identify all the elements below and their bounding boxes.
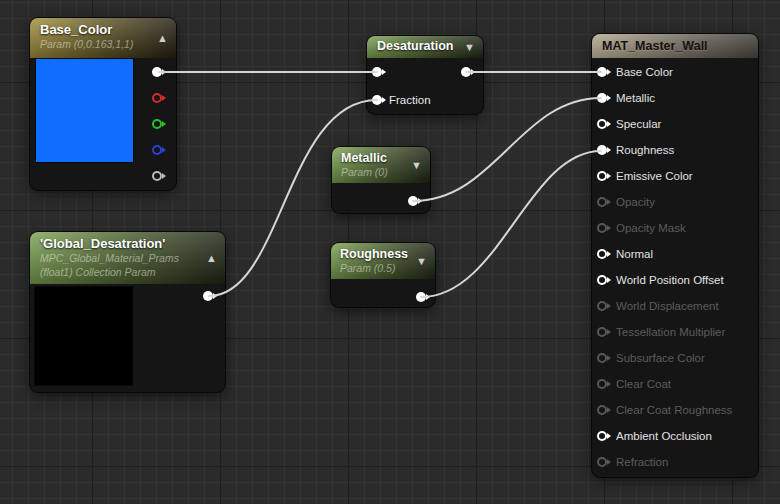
mat-input-opacity[interactable]: Opacity xyxy=(592,189,758,215)
node-header: 'Global_Desatration' MPC_Global_Material… xyxy=(30,232,225,284)
node-title: Desaturation xyxy=(377,39,457,53)
node-header: Desaturation ▼ xyxy=(367,36,483,58)
mat-input-emissive-color[interactable]: Emissive Color xyxy=(592,163,758,189)
node-header: MAT_Master_Wall xyxy=(592,34,758,58)
graph-canvas[interactable]: Base_Color Param (0,0.163,1,1) ▲ 'Global… xyxy=(0,0,780,504)
material-input-list: Base Color Metallic Specular Roughness E… xyxy=(592,59,758,475)
mat-input-world-position-offset[interactable]: World Position Offset xyxy=(592,267,758,293)
pin-subsurface-color-input[interactable] xyxy=(597,353,607,363)
pin-desaturation-output[interactable] xyxy=(461,67,471,77)
collapse-up-icon[interactable]: ▲ xyxy=(157,33,168,44)
pin-fraction-input[interactable] xyxy=(372,95,382,105)
mat-input-clear-coat-roughness[interactable]: Clear Coat Roughness xyxy=(592,397,758,423)
pin-base-color-input[interactable] xyxy=(597,67,607,77)
pin-ambient-occlusion-input[interactable] xyxy=(597,431,607,441)
wire-roughness-to-mat-roughness[interactable] xyxy=(421,151,601,297)
pin-a-output[interactable] xyxy=(152,171,162,181)
collapse-down-icon[interactable]: ▼ xyxy=(411,160,422,171)
pin-g-output[interactable] xyxy=(152,119,162,129)
node-mat-master-wall[interactable]: MAT_Master_Wall Base Color Metallic Spec… xyxy=(592,34,758,477)
mat-input-base-color[interactable]: Base Color xyxy=(592,59,758,85)
pin-metallic-input[interactable] xyxy=(597,93,607,103)
node-title: 'Global_Desatration' xyxy=(40,236,199,251)
pin-clear-coat-roughness-input[interactable] xyxy=(597,405,607,415)
pin-b-output[interactable] xyxy=(152,145,162,155)
node-title: MAT_Master_Wall xyxy=(602,39,732,53)
mat-input-normal[interactable]: Normal xyxy=(592,241,758,267)
pin-metallic-output[interactable] xyxy=(408,196,418,206)
pin-world-displacement-input[interactable] xyxy=(597,301,607,311)
mat-input-specular[interactable]: Specular xyxy=(592,111,758,137)
pin-specular-input[interactable] xyxy=(597,119,607,129)
node-subtitle: MPC_Global_Material_Prams (float1) Colle… xyxy=(40,252,199,279)
mat-input-tessellation-multiplier[interactable]: Tessellation Multiplier xyxy=(592,319,758,345)
node-title: Roughness xyxy=(340,247,409,261)
mat-input-clear-coat[interactable]: Clear Coat xyxy=(592,371,758,397)
mat-input-world-displacement[interactable]: World Displacement xyxy=(592,293,758,319)
mat-input-opacity-mask[interactable]: Opacity Mask xyxy=(592,215,758,241)
pin-rgb-output[interactable] xyxy=(152,67,162,77)
pin-normal-input[interactable] xyxy=(597,249,607,259)
pin-tessellation-multiplier-input[interactable] xyxy=(597,327,607,337)
node-roughness[interactable]: Roughness Param (0.5) ▼ xyxy=(331,243,435,307)
mat-input-metallic[interactable]: Metallic xyxy=(592,85,758,111)
node-desaturation[interactable]: Desaturation ▼ Fraction xyxy=(367,36,483,114)
pin-global-output[interactable] xyxy=(203,291,213,301)
node-subtitle: Param (0) xyxy=(341,166,404,180)
node-base-color[interactable]: Base_Color Param (0,0.163,1,1) ▲ xyxy=(30,18,176,190)
collapse-up-icon[interactable]: ▲ xyxy=(206,253,217,264)
color-preview-swatch[interactable] xyxy=(35,287,132,385)
pin-roughness-input[interactable] xyxy=(597,145,607,155)
pin-refraction-input[interactable] xyxy=(597,457,607,467)
node-header: Metallic Param (0) ▼ xyxy=(332,147,430,183)
pin-clear-coat-input[interactable] xyxy=(597,379,607,389)
fraction-pin-label: Fraction xyxy=(389,94,431,106)
mat-input-subsurface-color[interactable]: Subsurface Color xyxy=(592,345,758,371)
pin-emissive-color-input[interactable] xyxy=(597,171,607,181)
pin-roughness-output[interactable] xyxy=(416,292,426,302)
node-header: Roughness Param (0.5) ▼ xyxy=(331,243,435,279)
pin-r-output[interactable] xyxy=(152,93,162,103)
collapse-down-icon[interactable]: ▼ xyxy=(416,256,427,267)
node-subtitle: Param (0.5) xyxy=(340,262,409,276)
pin-opacity-mask-input[interactable] xyxy=(597,223,607,233)
node-metallic[interactable]: Metallic Param (0) ▼ xyxy=(332,147,430,213)
node-title: Metallic xyxy=(341,151,404,165)
color-preview-swatch[interactable] xyxy=(36,59,133,162)
mat-input-refraction[interactable]: Refraction xyxy=(592,449,758,475)
pin-opacity-input[interactable] xyxy=(597,197,607,207)
pin-world-position-offset-input[interactable] xyxy=(597,275,607,285)
collapse-down-icon[interactable]: ▼ xyxy=(464,42,475,53)
pin-desaturation-input[interactable] xyxy=(372,67,382,77)
node-header: Base_Color Param (0,0.163,1,1) ▲ xyxy=(30,18,176,58)
node-subtitle: Param (0,0.163,1,1) xyxy=(40,38,150,52)
node-global-desaturation[interactable]: 'Global_Desatration' MPC_Global_Material… xyxy=(30,232,225,392)
node-title: Base_Color xyxy=(40,22,150,37)
mat-input-ambient-occlusion[interactable]: Ambient Occlusion xyxy=(592,423,758,449)
mat-input-roughness[interactable]: Roughness xyxy=(592,137,758,163)
